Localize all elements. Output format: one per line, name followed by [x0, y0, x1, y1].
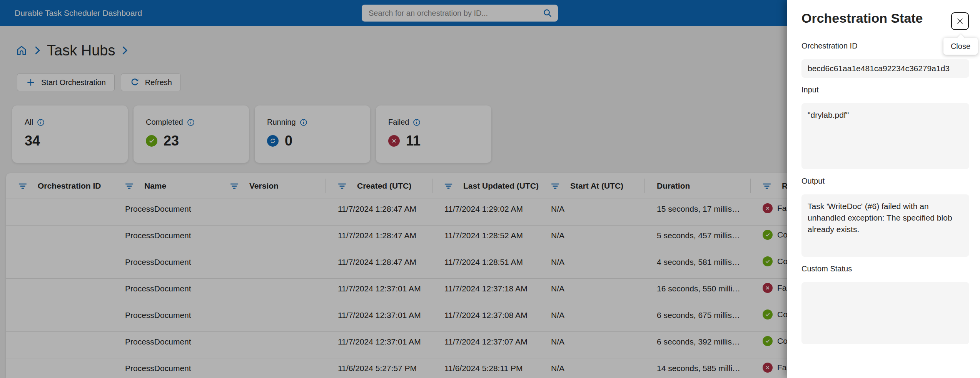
output-field[interactable]: Task 'WriteDoc' (#6) failed with an unha… [801, 194, 969, 257]
close-panel-button[interactable] [951, 12, 969, 30]
close-icon [956, 17, 964, 25]
modal-backdrop[interactable] [0, 0, 787, 378]
custom-status-field[interactable] [801, 282, 969, 344]
close-tooltip: Close [943, 38, 978, 55]
panel-title: Orchestration State [801, 11, 969, 26]
output-label: Output [801, 176, 969, 186]
orchestration-state-panel: Orchestration State Close Orchestration … [787, 0, 980, 378]
durable-task-dashboard: Durable Task Scheduler Dashboard Task Hu… [0, 0, 980, 378]
input-label: Input [801, 85, 969, 94]
custom-status-label: Custom Status [801, 264, 969, 273]
input-field[interactable]: "drylab.pdf" [801, 103, 969, 169]
orchestration-id-field[interactable]: becd6c61aa1e481ca92234c36279a1d3 [801, 59, 969, 78]
tooltip-arrow [957, 34, 965, 42]
